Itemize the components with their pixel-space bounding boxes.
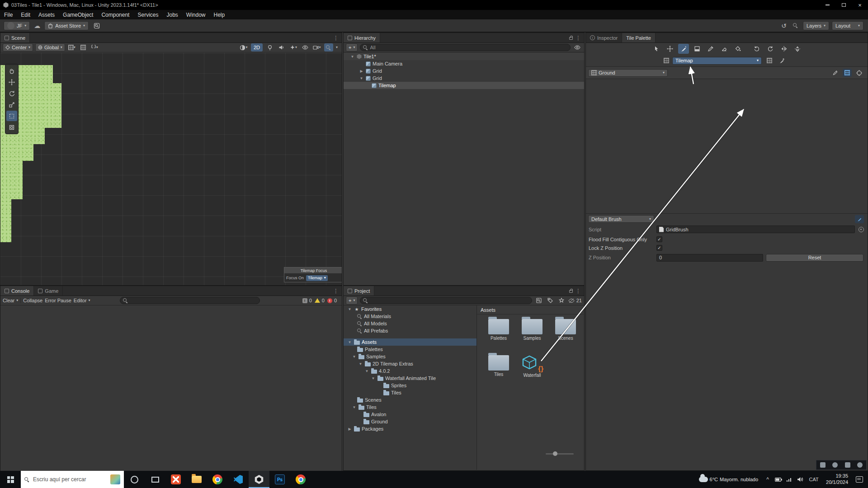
project-folder-sprites[interactable]: Sprites (344, 382, 476, 389)
project-folder-palettes[interactable]: Palettes (344, 346, 476, 353)
2d-mode-toggle[interactable]: 2D (251, 43, 263, 52)
gizmos-toggle-icon[interactable] (854, 69, 863, 77)
asset-item-palettes[interactable]: Palettes (483, 319, 514, 341)
flood-fill-checkbox[interactable]: ✓ (656, 236, 662, 242)
console-search-input[interactable] (120, 297, 260, 304)
menu-component[interactable]: Component (97, 10, 133, 19)
orientation-dropdown[interactable]: Global▾ (35, 43, 65, 52)
lock-icon[interactable] (569, 37, 573, 40)
layers-dropdown[interactable]: Layers▾ (803, 21, 829, 30)
foldout-open-icon[interactable]: ▼ (359, 76, 364, 80)
z-position-field[interactable]: 0 (656, 254, 763, 262)
box-fill-tool-icon[interactable] (692, 44, 703, 54)
battery-icon[interactable] (774, 478, 783, 482)
taskbar-search-input[interactable]: Escriu aquí per cercar (21, 471, 124, 488)
project-content-area[interactable]: Assets Palettes Samples Scenes Tiles {} … (477, 305, 584, 470)
tab-console[interactable]: Console (0, 286, 34, 296)
brush-settings-icon[interactable] (855, 215, 864, 223)
project-folder-version[interactable]: ▼4.0.2 (344, 367, 476, 375)
menu-edit[interactable]: Edit (17, 10, 34, 19)
overlay-title[interactable]: Tilemap Focus (284, 267, 342, 274)
taskbar-file-explorer[interactable] (186, 471, 207, 488)
menu-file[interactable]: File (0, 10, 17, 19)
object-picker-icon[interactable] (859, 227, 864, 232)
effects-dropdown[interactable]: ▾ (289, 43, 298, 52)
eraser-tool-icon[interactable] (719, 44, 730, 54)
lock-icon[interactable] (569, 290, 573, 293)
project-folder-scenes[interactable]: Scenes (344, 396, 476, 404)
close-button[interactable]: × (852, 0, 868, 10)
hierarchy-item-tilemap[interactable]: Tilemap (344, 82, 584, 89)
create-object-button[interactable]: +▾ (346, 43, 358, 52)
info-count[interactable]: !0 (302, 298, 312, 303)
tab-scene[interactable]: Scene (0, 33, 30, 42)
start-button[interactable] (0, 471, 21, 488)
save-search-icon[interactable] (557, 296, 566, 305)
project-folder-2d-tilemap-extras[interactable]: ▼2D Tilemap Extras (344, 360, 476, 367)
project-folder-waterfall-animated-tile[interactable]: ▼Waterfall Animated Tile (344, 375, 476, 382)
tray-overflow-icon[interactable] (857, 462, 863, 468)
collapse-button[interactable]: Collapse (23, 298, 42, 303)
brush-dropdown[interactable]: Default Brush▾ (588, 215, 654, 223)
scene-visibility-icon[interactable] (301, 43, 310, 52)
taskbar-chrome[interactable] (207, 471, 228, 488)
tray-overflow-icon[interactable] (820, 462, 826, 468)
search-by-label-icon[interactable] (546, 296, 555, 305)
search-icon[interactable] (791, 22, 800, 30)
menu-window[interactable]: Window (182, 10, 210, 19)
move-tool[interactable] (6, 77, 17, 87)
rotate-ccw-icon[interactable] (751, 44, 762, 54)
rotate-tool[interactable] (6, 88, 17, 99)
cortana-button[interactable] (124, 471, 145, 488)
error-count[interactable]: !0 (327, 298, 337, 303)
minimize-button[interactable] (819, 0, 835, 10)
new-brush-button[interactable] (777, 56, 786, 65)
tab-hierarchy[interactable]: Hierarchy (344, 33, 380, 42)
menu-services[interactable]: Services (133, 10, 162, 19)
search-by-type-icon[interactable] (534, 296, 543, 305)
maximize-button[interactable] (835, 0, 852, 10)
favorite-all-models[interactable]: All Models (344, 320, 476, 327)
script-field[interactable]: GridBrush (656, 225, 855, 233)
shading-mode-dropdown[interactable]: ▾ (239, 43, 248, 52)
error-pause-button[interactable]: Error Pause (45, 298, 71, 303)
hierarchy-item-grid-2[interactable]: ▼ Grid (344, 75, 584, 82)
cloud-icon[interactable]: ☁ (33, 22, 42, 30)
search-highlight-image[interactable] (110, 474, 120, 484)
account-dropdown[interactable]: JF ▾ (4, 21, 30, 30)
flip-y-icon[interactable] (792, 44, 803, 54)
language-indicator[interactable]: CAT (806, 477, 821, 482)
tab-inspector[interactable]: i Inspector (586, 33, 622, 42)
rect-tool[interactable] (6, 111, 17, 121)
lighting-toggle-icon[interactable] (265, 43, 274, 52)
network-icon[interactable] (784, 477, 794, 482)
asset-item-scenes[interactable]: Scenes (550, 319, 581, 341)
grid-toggle-icon[interactable] (843, 69, 852, 77)
project-search-input[interactable] (360, 297, 532, 304)
project-folder-tiles[interactable]: ▼Tiles (344, 404, 476, 411)
task-view-button[interactable] (145, 471, 165, 488)
tray-expand-icon[interactable]: ^ (763, 476, 773, 483)
clear-button[interactable]: Clear▾ (3, 298, 18, 303)
project-folder-avalon[interactable]: Avalon (344, 411, 476, 418)
hidden-packages-count[interactable]: 21 (568, 298, 582, 303)
palette-dropdown[interactable]: Ground ▾ (588, 69, 668, 77)
grid-gizmo-button[interactable] (765, 56, 774, 65)
clock[interactable]: 19:35 20/1/2024 (822, 473, 852, 486)
taskbar-app-orange[interactable] (165, 471, 186, 488)
console-menu-icon[interactable]: ⋮ (333, 288, 339, 294)
lock-z-checkbox[interactable]: ✓ (656, 245, 662, 251)
hierarchy-item-scene[interactable]: ▼ Tile1* (344, 53, 584, 60)
hierarchy-item-grid-1[interactable]: ▶ Grid (344, 67, 584, 75)
brush-tool-icon[interactable] (678, 44, 689, 54)
console-log-area[interactable] (0, 305, 342, 471)
foldout-open-icon[interactable]: ▼ (350, 55, 355, 59)
taskbar-chrome-2[interactable] (290, 471, 311, 488)
taskbar-photoshop[interactable]: Ps (269, 471, 290, 488)
asset-item-tiles[interactable]: Tiles (483, 355, 514, 377)
tray-overflow-icon[interactable] (845, 462, 850, 468)
gizmos-dropdown-icon[interactable]: ▾ (336, 46, 338, 49)
asset-item-samples[interactable]: Samples (517, 319, 547, 341)
gizmos-search-icon[interactable] (324, 43, 333, 52)
focus-on-dropdown[interactable]: Tilemap▾ (306, 275, 328, 281)
